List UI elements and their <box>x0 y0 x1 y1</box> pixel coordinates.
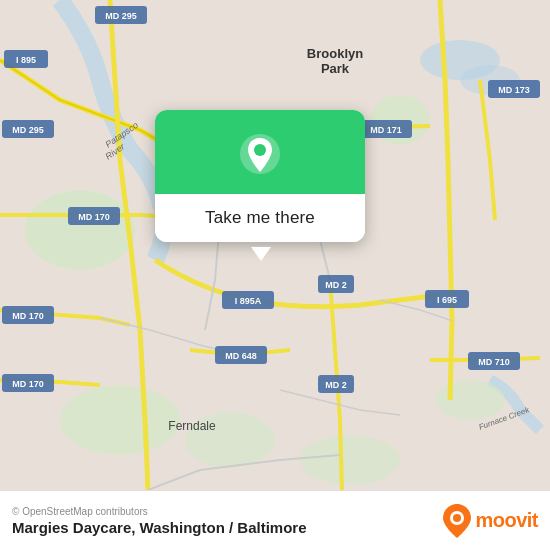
moovit-text: moovit <box>475 509 538 532</box>
moovit-pin-icon <box>443 504 471 538</box>
popup-icon-area <box>155 110 365 194</box>
svg-text:MD 170: MD 170 <box>78 212 110 222</box>
svg-point-8 <box>435 380 505 420</box>
svg-text:I 895A: I 895A <box>235 296 262 306</box>
svg-text:MD 171: MD 171 <box>370 125 402 135</box>
take-me-there-button[interactable]: Take me there <box>155 194 365 242</box>
svg-point-3 <box>25 190 135 270</box>
map-container: MD 295 I 895 MD 295 MD 173 MD 171 MD 170… <box>0 0 550 490</box>
svg-text:MD 170: MD 170 <box>12 379 44 389</box>
location-pin-icon <box>238 132 282 176</box>
place-name: Margies Daycare, Washington / Baltimore <box>12 519 307 536</box>
svg-text:MD 295: MD 295 <box>12 125 44 135</box>
popup-tail <box>251 247 271 261</box>
svg-text:MD 2: MD 2 <box>325 380 347 390</box>
svg-text:MD 173: MD 173 <box>498 85 530 95</box>
svg-text:MD 170: MD 170 <box>12 311 44 321</box>
svg-point-44 <box>254 144 266 156</box>
footer-left: © OpenStreetMap contributors Margies Day… <box>12 506 307 536</box>
svg-text:MD 710: MD 710 <box>478 357 510 367</box>
copyright-text: © OpenStreetMap contributors <box>12 506 307 517</box>
svg-text:MD 648: MD 648 <box>225 351 257 361</box>
svg-text:MD 2: MD 2 <box>325 280 347 290</box>
svg-text:I 895: I 895 <box>16 55 36 65</box>
footer-bar: © OpenStreetMap contributors Margies Day… <box>0 490 550 550</box>
popup-card: Take me there <box>155 110 365 242</box>
svg-point-7 <box>300 435 400 485</box>
svg-point-5 <box>60 385 180 455</box>
svg-text:I 695: I 695 <box>437 295 457 305</box>
svg-text:Brooklyn: Brooklyn <box>307 46 363 61</box>
svg-text:Ferndale: Ferndale <box>168 419 216 433</box>
svg-text:Park: Park <box>321 61 350 76</box>
svg-point-46 <box>453 514 461 522</box>
moovit-logo: moovit <box>443 504 538 538</box>
svg-text:MD 295: MD 295 <box>105 11 137 21</box>
